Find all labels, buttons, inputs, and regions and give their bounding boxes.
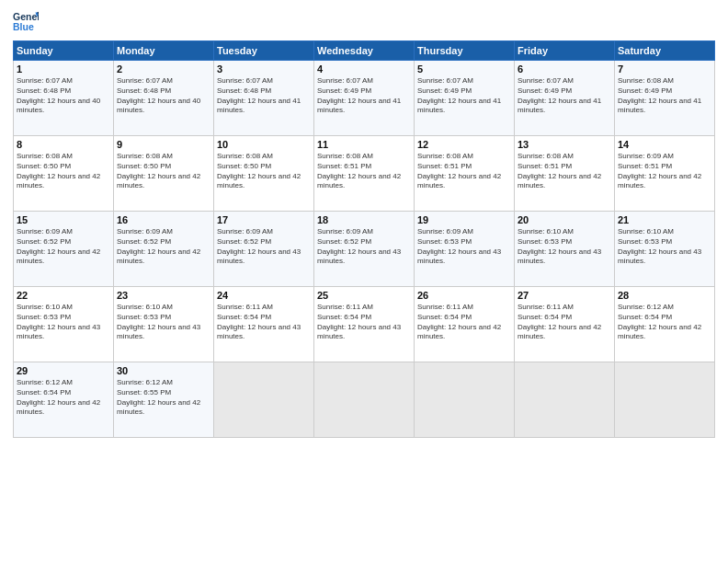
day-number: 21 bbox=[618, 214, 711, 225]
day-info: Sunrise: 6:08 AMSunset: 6:51 PMDaylight:… bbox=[518, 152, 611, 191]
col-header-thursday: Thursday bbox=[415, 41, 515, 61]
day-info: Sunrise: 6:08 AMSunset: 6:50 PMDaylight:… bbox=[17, 152, 110, 191]
day-number: 22 bbox=[17, 290, 110, 301]
day-number: 4 bbox=[317, 63, 411, 75]
day-info: Sunrise: 6:07 AMSunset: 6:48 PMDaylight:… bbox=[117, 76, 210, 116]
day-info: Sunrise: 6:09 AMSunset: 6:52 PMDaylight:… bbox=[317, 227, 411, 267]
calendar-cell: 21Sunrise: 6:10 AMSunset: 6:53 PMDayligh… bbox=[615, 212, 715, 287]
svg-text:Blue: Blue bbox=[13, 21, 34, 32]
day-number: 27 bbox=[518, 290, 611, 301]
day-number: 10 bbox=[217, 139, 311, 150]
calendar-cell: 15Sunrise: 6:09 AMSunset: 6:52 PMDayligh… bbox=[14, 212, 114, 287]
day-info: Sunrise: 6:07 AMSunset: 6:49 PMDaylight:… bbox=[317, 76, 411, 116]
calendar-cell: 5Sunrise: 6:07 AMSunset: 6:49 PMDaylight… bbox=[415, 61, 515, 136]
day-info: Sunrise: 6:11 AMSunset: 6:54 PMDaylight:… bbox=[417, 303, 511, 342]
logo: General Blue bbox=[13, 9, 42, 35]
day-info: Sunrise: 6:12 AMSunset: 6:54 PMDaylight:… bbox=[618, 303, 711, 342]
calendar-cell: 29Sunrise: 6:12 AMSunset: 6:54 PMDayligh… bbox=[14, 362, 114, 438]
day-info: Sunrise: 6:07 AMSunset: 6:48 PMDaylight:… bbox=[17, 76, 110, 116]
calendar-cell: 13Sunrise: 6:08 AMSunset: 6:51 PMDayligh… bbox=[515, 136, 615, 212]
calendar-cell: 2Sunrise: 6:07 AMSunset: 6:48 PMDaylight… bbox=[114, 61, 214, 136]
col-header-friday: Friday bbox=[515, 41, 615, 61]
day-number: 20 bbox=[518, 214, 611, 225]
calendar-table: SundayMondayTuesdayWednesdayThursdayFrid… bbox=[13, 40, 715, 438]
calendar-cell: 12Sunrise: 6:08 AMSunset: 6:51 PMDayligh… bbox=[415, 136, 515, 212]
day-info: Sunrise: 6:09 AMSunset: 6:51 PMDaylight:… bbox=[618, 152, 711, 191]
day-info: Sunrise: 6:07 AMSunset: 6:49 PMDaylight:… bbox=[518, 76, 611, 116]
col-header-wednesday: Wednesday bbox=[314, 41, 415, 61]
day-info: Sunrise: 6:08 AMSunset: 6:49 PMDaylight:… bbox=[618, 76, 711, 116]
logo-icon: General Blue bbox=[13, 9, 39, 35]
day-number: 3 bbox=[217, 63, 311, 75]
day-number: 5 bbox=[417, 63, 511, 75]
col-header-saturday: Saturday bbox=[615, 41, 715, 61]
calendar-cell: 8Sunrise: 6:08 AMSunset: 6:50 PMDaylight… bbox=[14, 136, 114, 212]
calendar-cell: 19Sunrise: 6:09 AMSunset: 6:53 PMDayligh… bbox=[415, 212, 515, 287]
day-info: Sunrise: 6:12 AMSunset: 6:55 PMDaylight:… bbox=[117, 378, 210, 418]
day-number: 19 bbox=[417, 214, 511, 225]
day-number: 13 bbox=[518, 139, 611, 150]
calendar-cell: 22Sunrise: 6:10 AMSunset: 6:53 PMDayligh… bbox=[14, 287, 114, 362]
day-info: Sunrise: 6:09 AMSunset: 6:52 PMDaylight:… bbox=[117, 227, 210, 267]
day-info: Sunrise: 6:10 AMSunset: 6:53 PMDaylight:… bbox=[17, 303, 110, 342]
calendar-cell: 26Sunrise: 6:11 AMSunset: 6:54 PMDayligh… bbox=[415, 287, 515, 362]
day-info: Sunrise: 6:08 AMSunset: 6:50 PMDaylight:… bbox=[117, 152, 210, 191]
calendar-cell: 23Sunrise: 6:10 AMSunset: 6:53 PMDayligh… bbox=[114, 287, 214, 362]
day-number: 28 bbox=[618, 290, 711, 301]
calendar-cell: 17Sunrise: 6:09 AMSunset: 6:52 PMDayligh… bbox=[214, 212, 314, 287]
col-header-sunday: Sunday bbox=[14, 41, 114, 61]
day-number: 16 bbox=[117, 214, 210, 225]
col-header-tuesday: Tuesday bbox=[214, 41, 314, 61]
day-number: 11 bbox=[317, 139, 411, 150]
calendar-cell: 7Sunrise: 6:08 AMSunset: 6:49 PMDaylight… bbox=[615, 61, 715, 136]
calendar-cell: 9Sunrise: 6:08 AMSunset: 6:50 PMDaylight… bbox=[114, 136, 214, 212]
calendar-cell bbox=[615, 362, 715, 438]
calendar-cell bbox=[515, 362, 615, 438]
day-number: 30 bbox=[117, 365, 210, 376]
page: General Blue SundayMondayTuesdayWednesda… bbox=[0, 0, 728, 563]
calendar-cell bbox=[214, 362, 314, 438]
calendar-cell: 3Sunrise: 6:07 AMSunset: 6:48 PMDaylight… bbox=[214, 61, 314, 136]
day-info: Sunrise: 6:11 AMSunset: 6:54 PMDaylight:… bbox=[217, 303, 311, 342]
calendar-cell: 30Sunrise: 6:12 AMSunset: 6:55 PMDayligh… bbox=[114, 362, 214, 438]
calendar-cell: 16Sunrise: 6:09 AMSunset: 6:52 PMDayligh… bbox=[114, 212, 214, 287]
day-info: Sunrise: 6:10 AMSunset: 6:53 PMDaylight:… bbox=[518, 227, 611, 267]
day-info: Sunrise: 6:11 AMSunset: 6:54 PMDaylight:… bbox=[317, 303, 411, 342]
day-number: 26 bbox=[417, 290, 511, 301]
calendar-cell: 28Sunrise: 6:12 AMSunset: 6:54 PMDayligh… bbox=[615, 287, 715, 362]
day-info: Sunrise: 6:11 AMSunset: 6:54 PMDaylight:… bbox=[518, 303, 611, 342]
day-number: 25 bbox=[317, 290, 411, 301]
calendar-cell: 14Sunrise: 6:09 AMSunset: 6:51 PMDayligh… bbox=[615, 136, 715, 212]
calendar-cell: 18Sunrise: 6:09 AMSunset: 6:52 PMDayligh… bbox=[314, 212, 415, 287]
header: General Blue bbox=[13, 9, 715, 35]
day-info: Sunrise: 6:07 AMSunset: 6:48 PMDaylight:… bbox=[217, 76, 311, 116]
day-number: 24 bbox=[217, 290, 311, 301]
day-info: Sunrise: 6:09 AMSunset: 6:53 PMDaylight:… bbox=[417, 227, 511, 267]
day-number: 6 bbox=[518, 63, 611, 75]
calendar-cell: 4Sunrise: 6:07 AMSunset: 6:49 PMDaylight… bbox=[314, 61, 415, 136]
day-number: 29 bbox=[17, 365, 110, 376]
day-info: Sunrise: 6:08 AMSunset: 6:50 PMDaylight:… bbox=[217, 152, 311, 191]
day-info: Sunrise: 6:08 AMSunset: 6:51 PMDaylight:… bbox=[417, 152, 511, 191]
day-number: 2 bbox=[117, 63, 210, 75]
day-info: Sunrise: 6:09 AMSunset: 6:52 PMDaylight:… bbox=[217, 227, 311, 267]
day-info: Sunrise: 6:10 AMSunset: 6:53 PMDaylight:… bbox=[117, 303, 210, 342]
day-number: 15 bbox=[17, 214, 110, 225]
day-number: 8 bbox=[17, 139, 110, 150]
day-info: Sunrise: 6:12 AMSunset: 6:54 PMDaylight:… bbox=[17, 378, 110, 418]
calendar-cell: 20Sunrise: 6:10 AMSunset: 6:53 PMDayligh… bbox=[515, 212, 615, 287]
day-number: 9 bbox=[117, 139, 210, 150]
day-info: Sunrise: 6:07 AMSunset: 6:49 PMDaylight:… bbox=[417, 76, 511, 116]
day-info: Sunrise: 6:10 AMSunset: 6:53 PMDaylight:… bbox=[618, 227, 711, 267]
day-info: Sunrise: 6:08 AMSunset: 6:51 PMDaylight:… bbox=[317, 152, 411, 191]
calendar-cell: 1Sunrise: 6:07 AMSunset: 6:48 PMDaylight… bbox=[14, 61, 114, 136]
day-number: 14 bbox=[618, 139, 711, 150]
calendar-cell bbox=[314, 362, 415, 438]
calendar-cell: 11Sunrise: 6:08 AMSunset: 6:51 PMDayligh… bbox=[314, 136, 415, 212]
day-number: 12 bbox=[417, 139, 511, 150]
col-header-monday: Monday bbox=[114, 41, 214, 61]
day-number: 18 bbox=[317, 214, 411, 225]
day-number: 17 bbox=[217, 214, 311, 225]
day-number: 1 bbox=[17, 63, 110, 75]
calendar-cell: 27Sunrise: 6:11 AMSunset: 6:54 PMDayligh… bbox=[515, 287, 615, 362]
